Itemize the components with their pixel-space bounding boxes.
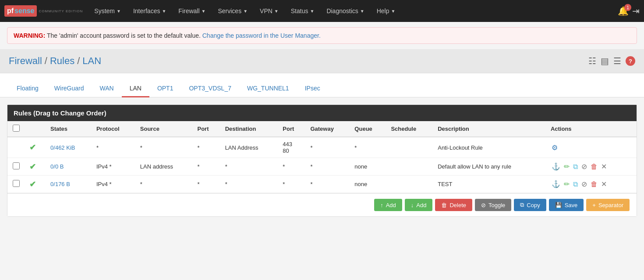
row1-actions: ⚙ [546, 137, 637, 158]
row2-protocol: IPv4 * [92, 158, 136, 176]
table-section-title: Rules (Drag to Change Order) [7, 105, 637, 121]
row2-copy-icon[interactable]: ⧉ [572, 162, 579, 172]
row3-dst-port: * [278, 176, 306, 193]
filter-icon[interactable]: ☷ [588, 56, 596, 66]
row3-description: TEST [433, 176, 546, 193]
toggle-icon: ⊘ [481, 202, 486, 208]
row3-copy-icon[interactable]: ⧉ [572, 179, 579, 189]
add-bottom-button[interactable]: ↓ Add [405, 199, 433, 211]
main-content: Rules (Drag to Change Order) States Prot… [0, 97, 644, 224]
row2-anchor-icon[interactable]: ⚓ [551, 162, 561, 172]
col-actions: Actions [546, 121, 637, 137]
row2-checkbox[interactable] [13, 162, 20, 169]
select-all-checkbox[interactable] [13, 125, 20, 132]
add-top-button[interactable]: ↑ Add [374, 199, 402, 211]
breadcrumb-sep1: / [45, 55, 47, 67]
row2-x-icon[interactable]: ✕ [600, 162, 608, 172]
row2-queue: none [350, 158, 386, 176]
tab-ipsec[interactable]: IPsec [297, 80, 328, 97]
row3-destination: * [221, 176, 279, 193]
breadcrumb-firewall[interactable]: Firewall [9, 55, 42, 67]
row1-schedule [386, 137, 433, 158]
row1-states-link[interactable]: 0/462 KiB [50, 144, 75, 151]
nav-diagnostics[interactable]: Diagnostics ▼ [321, 0, 369, 22]
row2-src-port: * [193, 158, 220, 176]
row3-source: * [136, 176, 193, 193]
rules-table-section: Rules (Drag to Change Order) States Prot… [7, 104, 637, 217]
row3-states-link[interactable]: 0/176 B [50, 181, 70, 187]
row1-src-port: * [193, 137, 220, 158]
save-button[interactable]: 💾 Save [549, 199, 584, 211]
nav-services[interactable]: Services ▼ [212, 0, 253, 22]
copy-button[interactable]: ⧉ Copy [514, 199, 546, 211]
nav-vpn[interactable]: VPN ▼ [255, 0, 284, 22]
col-src-port: Port [193, 121, 220, 137]
row3-actions: ⚓ ✏ ⧉ ⊘ 🗑 ✕ [546, 176, 637, 193]
nav-vpn-arrow: ▼ [274, 9, 279, 14]
row1-action-icons: ⚙ [551, 143, 632, 153]
action-bar: ↑ Add ↓ Add 🗑 Delete ⊘ Toggle ⧉ Copy 💾 S [7, 193, 637, 216]
table-row: ✔ 0/176 B IPv4 * * * * * * none TEST [7, 176, 637, 193]
row3-x-icon[interactable]: ✕ [600, 179, 608, 189]
row3-protocol: IPv4 * [92, 176, 136, 193]
row1-description: Anti-Lockout Rule [433, 137, 546, 158]
logout-icon[interactable]: ⇥ [632, 6, 640, 16]
toggle-button[interactable]: ⊘ Toggle [475, 199, 511, 211]
tab-wireguard[interactable]: WireGuard [46, 80, 92, 97]
col-gateway: Gateway [306, 121, 350, 137]
nav-firewall[interactable]: Firewall ▼ [173, 0, 211, 22]
separator-button[interactable]: + Separator [586, 199, 630, 211]
delete-button[interactable]: 🗑 Delete [435, 199, 472, 211]
nav-system[interactable]: System ▼ [89, 0, 126, 22]
row1-destination: LAN Address [221, 137, 279, 158]
breadcrumb-sep2: / [77, 55, 80, 67]
notification-bell[interactable]: 🔔 1 [618, 6, 629, 16]
warning-prefix: WARNING: [14, 32, 45, 39]
row1-protocol: * [92, 137, 136, 158]
nav-help[interactable]: Help ▼ [372, 0, 401, 22]
row1-gear-icon[interactable]: ⚙ [551, 143, 559, 153]
row2-description: Default allow LAN to any rule [433, 158, 546, 176]
col-schedule: Schedule [386, 121, 433, 137]
nav-status[interactable]: Status ▼ [286, 0, 320, 22]
row1-dst-port: 44380 [278, 137, 306, 158]
tab-opt3-vdsl-7[interactable]: OPT3_VDSL_7 [181, 80, 239, 97]
nav-status-arrow: ▼ [310, 9, 314, 14]
warning-link[interactable]: Change the password in the User Manager. [202, 32, 321, 39]
row3-trash-icon[interactable]: 🗑 [590, 179, 598, 189]
list-icon[interactable]: ☰ [613, 56, 621, 66]
row3-ban-icon[interactable]: ⊘ [580, 179, 588, 189]
row3-checkbox[interactable] [13, 180, 20, 187]
sense-text: sense [14, 7, 34, 15]
tab-wan[interactable]: WAN [92, 80, 122, 97]
tab-floating[interactable]: Floating [9, 80, 46, 97]
row2-schedule [386, 158, 433, 176]
breadcrumb-rules[interactable]: Rules [50, 55, 74, 67]
row3-enabled: ✔ [25, 176, 46, 193]
header-icons: ☷ ▤ ☰ ? [588, 56, 635, 66]
breadcrumb-current: LAN [82, 55, 101, 67]
nav-diagnostics-arrow: ▼ [360, 9, 364, 14]
row1-checkbox-cell [7, 137, 25, 158]
nav-system-arrow: ▼ [117, 9, 121, 14]
nav-help-arrow: ▼ [391, 9, 395, 14]
row3-anchor-icon[interactable]: ⚓ [551, 179, 561, 189]
add-bottom-icon: ↓ [411, 202, 414, 208]
row3-pencil-icon[interactable]: ✏ [563, 179, 570, 189]
table-header-row: States Protocol Source Port Destination … [7, 121, 637, 137]
tab-wg-tunnel1[interactable]: WG_TUNNEL1 [239, 80, 297, 97]
row2-states-link[interactable]: 0/0 B [50, 163, 64, 170]
tab-bar: Floating WireGuard WAN LAN OPT1 OPT3_VDS… [0, 73, 644, 97]
add-top-icon: ↑ [380, 202, 383, 208]
row1-source: * [136, 137, 193, 158]
copy-icon: ⧉ [520, 201, 524, 208]
row2-ban-icon[interactable]: ⊘ [580, 162, 588, 172]
brand-logo[interactable]: pfsense COMMUNITY EDITION [4, 5, 83, 17]
row2-trash-icon[interactable]: 🗑 [590, 162, 598, 172]
tab-lan[interactable]: LAN [122, 80, 149, 97]
nav-interfaces[interactable]: Interfaces ▼ [128, 0, 171, 22]
row2-pencil-icon[interactable]: ✏ [563, 162, 570, 172]
help-icon[interactable]: ? [626, 56, 635, 66]
chart-icon[interactable]: ▤ [601, 56, 609, 66]
tab-opt1[interactable]: OPT1 [149, 80, 181, 97]
